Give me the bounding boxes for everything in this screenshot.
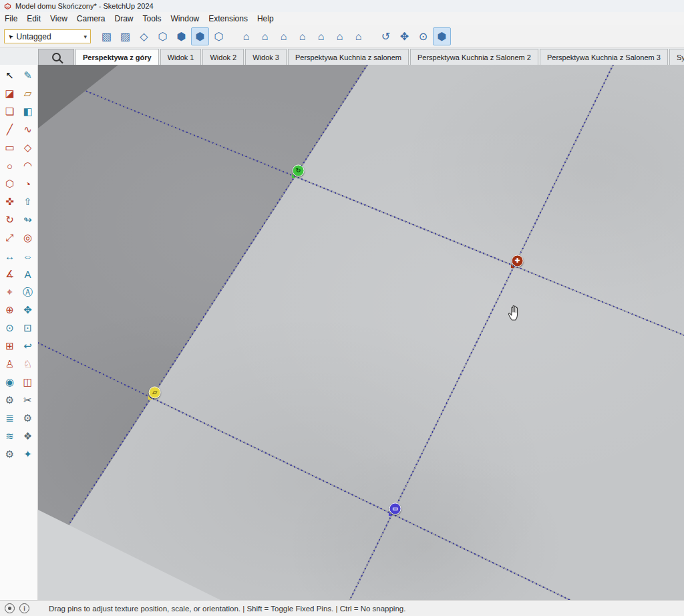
toolbar-button-iso-view[interactable]: ⌂	[237, 27, 255, 45]
tool-circle[interactable]: ○	[1, 157, 19, 174]
tag-selector[interactable]: ➤ Untagged ▾	[4, 29, 91, 43]
scene-tab-widok-2[interactable]: Widok 2	[202, 49, 244, 65]
menu-item-extensions[interactable]: Extensions	[204, 12, 252, 25]
toolbar-button-pan[interactable]: ✥	[395, 27, 413, 45]
tool-protractor[interactable]: ∡	[1, 265, 19, 283]
menu-item-edit[interactable]: Edit	[22, 12, 45, 25]
tool-freehand[interactable]: ∿	[19, 121, 37, 138]
tool-line[interactable]: ╱	[1, 121, 19, 138]
toolbar-button-zoom[interactable]: ⊙	[414, 27, 432, 45]
scene-tab-widok-1[interactable]: Widok 1	[160, 49, 202, 65]
tool-rotated-rectangle[interactable]: ◇	[19, 139, 37, 156]
scene-tab-perspektywa-kuchnia-z-salonem-3[interactable]: Perspektywa Kuchnia z Salonem 3	[540, 49, 668, 65]
tool-rectangle-icon: ▭	[5, 142, 14, 154]
tool-look-around[interactable]: ◉	[1, 373, 19, 391]
tool-push-pull[interactable]: ⇧	[19, 193, 37, 210]
tool-lasso[interactable]: ✎	[19, 67, 37, 84]
tool-pie[interactable]: ◔	[19, 175, 37, 192]
wireframe-icon: ◇	[140, 30, 148, 43]
tool-pan[interactable]: ✥	[19, 301, 37, 319]
toolbar-button-shaded[interactable]: ⬢	[172, 27, 190, 45]
toolbar-button-right-view[interactable]: ⌂	[293, 27, 311, 45]
tool-extension-layers[interactable]: ≣	[1, 410, 19, 427]
tool-3d-text[interactable]: Ⓐ	[19, 283, 37, 301]
credits-icon[interactable]: i	[19, 603, 29, 613]
tool-extension-spark[interactable]: ✦	[19, 446, 37, 463]
toolbar-button-front-view[interactable]: ⌂	[275, 27, 293, 45]
tag-selector-value: Untagged	[17, 32, 81, 41]
menu-item-draw[interactable]: Draw	[110, 12, 138, 25]
menu-item-help[interactable]: Help	[252, 12, 279, 25]
tool-extension-cut[interactable]: ✂	[19, 392, 37, 409]
tool-move[interactable]: ✜	[1, 193, 19, 210]
toolbar-button-wireframe[interactable]: ◇	[135, 27, 153, 45]
menu-item-tools[interactable]: Tools	[138, 12, 166, 25]
toolbar-button-monochrome[interactable]: ⬡	[210, 27, 228, 45]
tool-previous-view-icon: ↩	[23, 340, 32, 352]
tool-make-component[interactable]: ❏	[1, 103, 19, 120]
viewport-canvas[interactable]: ↻✚▱▭	[38, 65, 684, 600]
tool-extension-pattern[interactable]: ≋	[1, 428, 19, 445]
scene-tab-widok-3[interactable]: Widok 3	[245, 49, 287, 65]
tool-zoom-window[interactable]: ⊡	[19, 319, 37, 337]
tool-two-point-arc[interactable]: ◠	[19, 157, 37, 174]
tool-extension-gear-b[interactable]: ⚙	[19, 410, 37, 427]
tool-polygon[interactable]: ⬡	[1, 175, 19, 192]
tool-scale[interactable]: ⤢	[1, 229, 19, 247]
toolbar-button-shaded-with-textures[interactable]: ⬢	[191, 27, 209, 45]
toolbar-button-left-view[interactable]: ⌂	[331, 27, 349, 45]
bottom-view-icon: ⌂	[355, 31, 362, 43]
menu-item-window[interactable]: Window	[166, 12, 204, 25]
toolbar-button-orbit[interactable]: ↺	[377, 27, 395, 45]
toolbar-button-top-view[interactable]: ⌂	[256, 27, 274, 45]
toolbar-button-back-edges[interactable]: ▨	[116, 27, 134, 45]
menu-item-camera[interactable]: Camera	[72, 12, 110, 25]
tool-axes[interactable]: ⌖	[1, 283, 19, 301]
tool-extension-star[interactable]: ❖	[19, 428, 37, 445]
tool-tape-measure[interactable]: ↔	[1, 247, 19, 265]
toolbar-button-x-ray[interactable]: ▧	[98, 27, 116, 45]
tool-zoom-extents[interactable]: ⊞	[1, 337, 19, 355]
tool-dimension[interactable]: ⇔	[19, 247, 37, 265]
select-arrow-icon: ➤	[7, 32, 15, 40]
menu-item-file[interactable]: File	[0, 12, 22, 25]
scene-tab-perspektywa-kuchnia-z-salonem-2[interactable]: Perspektywa Kuchnia z Salonem 2	[410, 49, 538, 65]
scene-tab-perspektywa-z-góry[interactable]: Perspektywa z góry	[75, 49, 159, 65]
tool-select[interactable]: ↖	[1, 67, 19, 84]
tool-pan-icon: ✥	[23, 304, 32, 316]
tool-circle-icon: ○	[7, 160, 13, 172]
tool-orbit[interactable]: ⊕	[1, 301, 19, 319]
tool-section-plane[interactable]: ◫	[19, 373, 37, 391]
texture-pin-yellow[interactable]: ▱	[149, 386, 161, 398]
menu-item-view[interactable]: View	[45, 12, 72, 25]
toolbar-button-position-texture[interactable]: ⬢	[433, 27, 451, 45]
scene-tab-perspektywa-kuchnia-z-salonem[interactable]: Perspektywa Kuchnia z salonem	[288, 49, 409, 65]
tool-select-icon: ↖	[5, 69, 14, 82]
tool-zoom[interactable]: ⊙	[1, 319, 19, 337]
tool-position-camera[interactable]: ♙	[1, 355, 19, 373]
scene-search-button[interactable]	[38, 49, 74, 65]
tool-walk[interactable]: ♘	[19, 355, 37, 373]
tool-extension-star-icon: ❖	[23, 430, 32, 442]
toolbar-button-hidden-line[interactable]: ⬡	[154, 27, 172, 45]
texture-pin-blue[interactable]: ▭	[389, 502, 401, 514]
scene-tab-sypialnia[interactable]: Sypialnia	[669, 49, 684, 65]
toolbar-button-back-view[interactable]: ⌂	[312, 27, 330, 45]
tool-extension-gear-c[interactable]: ⚙	[1, 446, 19, 463]
tool-extension-gear-a[interactable]: ⚙	[1, 392, 19, 409]
tool-previous-view[interactable]: ↩	[19, 337, 37, 355]
tool-paint-bucket[interactable]: ◪	[1, 85, 19, 102]
tool-offset[interactable]: ◎	[19, 229, 37, 247]
tool-rectangle[interactable]: ▭	[1, 139, 19, 156]
tool-tag[interactable]: ◧	[19, 103, 37, 120]
scene-tab-label: Perspektywa Kuchnia z Salonem 3	[547, 53, 661, 61]
tool-rotate[interactable]: ↻	[1, 211, 19, 228]
tool-text[interactable]: A	[19, 265, 37, 283]
toolbar-button-bottom-view[interactable]: ⌂	[349, 27, 367, 45]
tool-follow-me[interactable]: ↬	[19, 211, 37, 228]
texture-pin-red[interactable]: ✚	[512, 255, 524, 267]
texture-pin-green[interactable]: ↻	[293, 164, 305, 176]
tool-orbit-icon: ⊕	[5, 304, 14, 316]
tool-eraser[interactable]: ▱	[19, 85, 37, 102]
geolocation-icon[interactable]	[5, 603, 15, 613]
